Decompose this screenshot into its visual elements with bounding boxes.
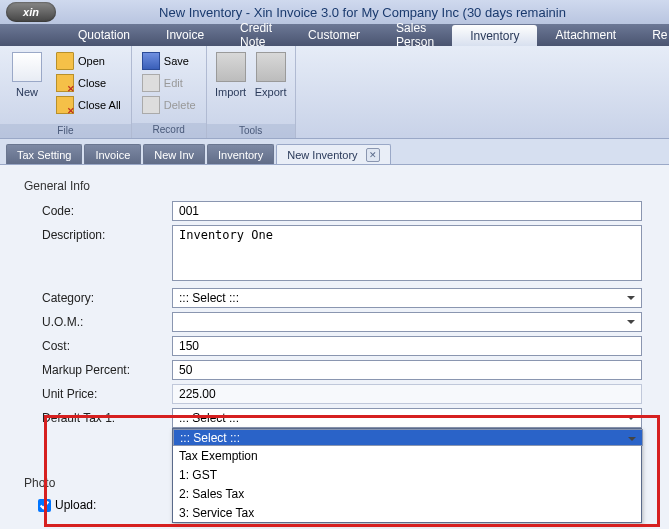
main-menu: Quotation Invoice Credit Note Customer S… — [0, 24, 669, 46]
description-label: Description: — [14, 225, 172, 242]
code-label: Code: — [14, 201, 172, 218]
tab-close-icon[interactable]: ✕ — [366, 148, 380, 162]
open-icon — [56, 52, 74, 70]
ribbon-group-record: Save Edit Delete Record — [132, 46, 207, 138]
deftax-option-0[interactable]: ::: Select ::: — [173, 429, 643, 446]
ribbon-group-file: New Open Close Close All — [0, 46, 132, 138]
cost-input[interactable] — [172, 336, 642, 356]
cost-label: Cost: — [14, 336, 172, 353]
new-label: New — [16, 86, 38, 98]
menu-inventory[interactable]: Inventory — [452, 25, 537, 46]
closeall-icon — [56, 96, 74, 114]
ribbon: New Open Close Close All — [0, 46, 669, 139]
ribbon-group-record-label: Record — [132, 123, 206, 138]
deftax-value: ::: Select ::: — [179, 411, 239, 425]
deftax-option-1[interactable]: Tax Exemption — [173, 446, 641, 465]
edit-button: Edit — [138, 72, 200, 94]
menu-salesperson[interactable]: Sales Person — [378, 24, 452, 46]
ribbon-group-tools: Import Export Tools — [207, 46, 296, 138]
open-button[interactable]: Open — [52, 50, 125, 72]
edit-label: Edit — [164, 77, 183, 89]
uom-select[interactable] — [172, 312, 642, 332]
upload-label: Upload: — [55, 498, 96, 512]
delete-icon — [142, 96, 160, 114]
title-bar: xin New Inventory - Xin Invoice 3.0 for … — [0, 0, 669, 24]
save-button[interactable]: Save — [138, 50, 200, 72]
open-label: Open — [78, 55, 105, 67]
window-title: New Inventory - Xin Invoice 3.0 for My C… — [56, 5, 669, 20]
section-general-info: General Info — [24, 179, 655, 193]
delete-label: Delete — [164, 99, 196, 111]
ribbon-group-file-label: File — [0, 124, 131, 138]
app-logo: xin — [6, 2, 56, 22]
import-label: Import — [215, 86, 246, 98]
delete-button: Delete — [138, 94, 200, 116]
close-icon — [56, 74, 74, 92]
deftax-option-4[interactable]: 3: Service Tax — [173, 503, 641, 522]
uom-label: U.O.M.: — [14, 312, 172, 329]
markup-input[interactable] — [172, 360, 642, 380]
upload-checkbox[interactable] — [38, 499, 51, 512]
category-value: ::: Select ::: — [179, 291, 239, 305]
save-label: Save — [164, 55, 189, 67]
deftax-option-2[interactable]: 1: GST — [173, 465, 641, 484]
category-label: Category: — [14, 288, 172, 305]
new-button[interactable]: New — [4, 48, 50, 124]
closeall-button[interactable]: Close All — [52, 94, 125, 116]
code-input[interactable] — [172, 201, 642, 221]
ribbon-group-tools-label: Tools — [207, 124, 295, 138]
menu-customer[interactable]: Customer — [290, 24, 378, 46]
deftax-option-3[interactable]: 2: Sales Tax — [173, 484, 641, 503]
tab-inventory[interactable]: Inventory — [207, 144, 274, 165]
menu-attachment[interactable]: Attachment — [537, 24, 634, 46]
tab-new-inventory-label: New Inventory — [287, 149, 357, 161]
deftax-dropdown: ::: Select ::: Tax Exemption 1: GST 2: S… — [172, 428, 642, 523]
form-panel: General Info Code: Description: Inventor… — [0, 164, 669, 529]
import-icon — [216, 52, 246, 82]
close-label: Close — [78, 77, 106, 89]
menu-invoice[interactable]: Invoice — [148, 24, 222, 46]
category-select[interactable]: ::: Select ::: — [172, 288, 642, 308]
description-input[interactable]: Inventory One — [172, 225, 642, 281]
tab-tax-setting[interactable]: Tax Setting — [6, 144, 82, 165]
deftax-select[interactable]: ::: Select ::: — [172, 408, 642, 428]
markup-label: Markup Percent: — [14, 360, 172, 377]
menu-creditnote[interactable]: Credit Note — [222, 24, 290, 46]
closeall-label: Close All — [78, 99, 121, 111]
tab-invoice[interactable]: Invoice — [84, 144, 141, 165]
export-label: Export — [255, 86, 287, 98]
export-button[interactable]: Export — [251, 48, 291, 124]
tab-new-inventory[interactable]: New Inventory ✕ — [276, 144, 390, 165]
tab-new-inv[interactable]: New Inv — [143, 144, 205, 165]
unitprice-label: Unit Price: — [14, 384, 172, 401]
close-button[interactable]: Close — [52, 72, 125, 94]
menu-more[interactable]: Re — [634, 24, 669, 46]
menu-quotation[interactable]: Quotation — [60, 24, 148, 46]
new-icon — [12, 52, 42, 82]
deftax-label: Default Tax 1: — [14, 408, 172, 425]
document-tabs: Tax Setting Invoice New Inv Inventory Ne… — [0, 139, 669, 165]
export-icon — [256, 52, 286, 82]
unitprice-output — [172, 384, 642, 404]
save-icon — [142, 52, 160, 70]
edit-icon — [142, 74, 160, 92]
import-button[interactable]: Import — [211, 48, 251, 124]
